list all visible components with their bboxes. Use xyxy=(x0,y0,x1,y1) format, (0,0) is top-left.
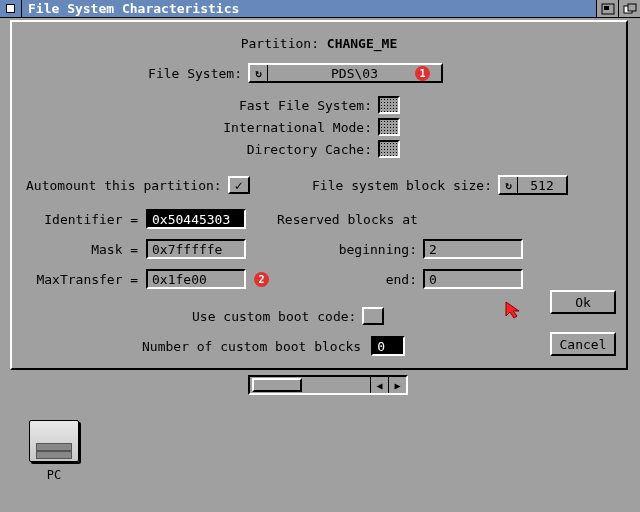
end-field[interactable]: 0 xyxy=(423,269,523,289)
end-label: end: xyxy=(277,272,417,287)
window-title: File System Characteristics xyxy=(22,1,239,16)
maxtransfer-value: 0x1fe00 xyxy=(152,272,207,287)
fast-fs-label: Fast File System: xyxy=(192,98,372,113)
badge-1: 1 xyxy=(415,66,430,81)
badge-2: 2 xyxy=(254,272,269,287)
titlebar-zoom-gadget[interactable] xyxy=(596,0,618,17)
customboot-label: Use custom boot code: xyxy=(192,309,356,324)
identifier-field[interactable]: 0x50445303 xyxy=(146,209,246,229)
check-icon: ✓ xyxy=(235,178,243,193)
reserved-label: Reserved blocks at xyxy=(277,212,418,227)
partition-label: Partition: xyxy=(241,36,327,51)
filesystem-label: File System: xyxy=(132,66,242,81)
maxtransfer-label: MaxTransfer = xyxy=(26,272,146,287)
automount-label: Automount this partition: xyxy=(26,178,222,193)
scrollbar-thumb[interactable] xyxy=(252,378,302,392)
svg-rect-3 xyxy=(628,4,636,11)
intl-mode-checkbox[interactable] xyxy=(378,118,400,136)
titlebar-close-gadget[interactable] xyxy=(0,0,22,17)
end-value: 0 xyxy=(429,272,437,287)
filesystem-dialog: Partition: CHANGE_ME File System: ↻ PDS\… xyxy=(10,20,628,370)
blocksize-label: File system block size: xyxy=(312,178,492,193)
beginning-label: beginning: xyxy=(277,242,417,257)
window-titlebar: File System Characteristics xyxy=(0,0,640,18)
fast-fs-checkbox[interactable] xyxy=(378,96,400,114)
disk-icon[interactable]: PC xyxy=(24,420,84,482)
scrollbar-track[interactable] xyxy=(250,377,370,393)
automount-checkbox[interactable]: ✓ xyxy=(228,176,250,194)
bootblocks-field[interactable]: 0 xyxy=(371,336,405,356)
cycle-icon: ↻ xyxy=(500,177,518,193)
ok-button[interactable]: Ok xyxy=(550,290,616,314)
identifier-value: 0x50445303 xyxy=(152,212,230,227)
horizontal-scrollbar[interactable]: ◀ ▶ xyxy=(248,375,408,395)
cancel-button[interactable]: Cancel xyxy=(550,332,616,356)
mask-field[interactable]: 0x7fffffe xyxy=(146,239,246,259)
customboot-checkbox[interactable] xyxy=(362,307,384,325)
cancel-label: Cancel xyxy=(560,337,607,352)
filesystem-cycle[interactable]: ↻ PDS\03 xyxy=(248,63,443,83)
dcache-label: Directory Cache: xyxy=(192,142,372,157)
scroll-left-button[interactable]: ◀ xyxy=(370,377,388,393)
mask-label: Mask = xyxy=(26,242,146,257)
intl-mode-label: International Mode: xyxy=(192,120,372,135)
bootblocks-label: Number of custom boot blocks xyxy=(142,339,361,354)
svg-rect-1 xyxy=(604,6,609,10)
dcache-checkbox[interactable] xyxy=(378,140,400,158)
blocksize-value: 512 xyxy=(518,178,566,193)
partition-value: CHANGE_ME xyxy=(327,36,397,51)
svg-marker-4 xyxy=(506,302,519,318)
bootblocks-value: 0 xyxy=(377,339,385,354)
mask-value: 0x7fffffe xyxy=(152,242,222,257)
scroll-right-button[interactable]: ▶ xyxy=(388,377,406,393)
blocksize-cycle[interactable]: ↻ 512 xyxy=(498,175,568,195)
cycle-icon: ↻ xyxy=(250,65,268,81)
disk-label: PC xyxy=(24,468,84,482)
maxtransfer-field[interactable]: 0x1fe00 xyxy=(146,269,246,289)
beginning-field[interactable]: 2 xyxy=(423,239,523,259)
beginning-value: 2 xyxy=(429,242,437,257)
titlebar-depth-gadget[interactable] xyxy=(618,0,640,17)
identifier-label: Identifier = xyxy=(26,212,146,227)
mouse-pointer-icon xyxy=(504,300,524,320)
disk-icon-image xyxy=(29,420,79,462)
ok-label: Ok xyxy=(575,295,591,310)
